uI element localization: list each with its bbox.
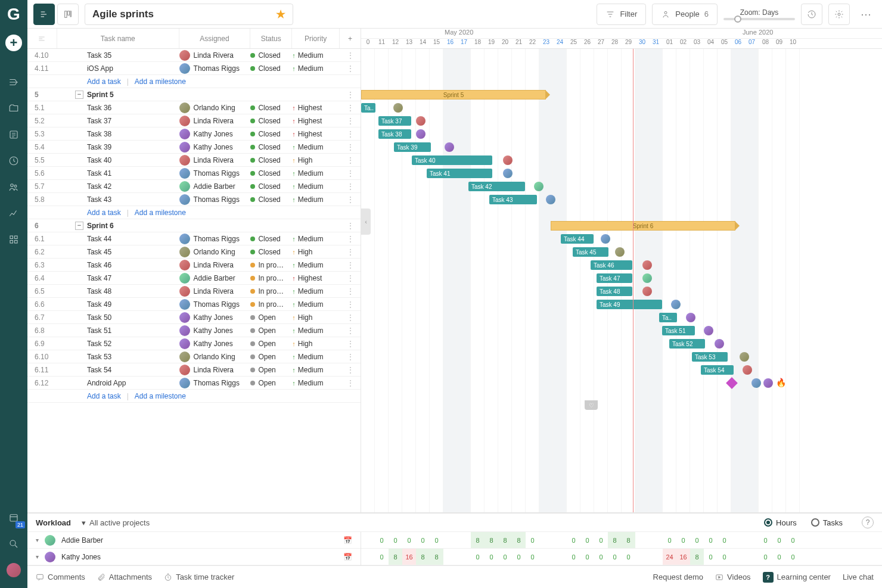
settings-icon[interactable] [828,4,850,25]
status-cell[interactable]: Closed [250,182,292,191]
status-cell[interactable]: In pro… [250,261,292,269]
collapse-toggle[interactable]: − [75,222,83,230]
timeline-handle[interactable]: ♡ [585,400,598,410]
priority-cell[interactable]: ↑Highest [292,130,340,138]
add-task-link[interactable]: Add a task [87,392,121,400]
grid-icon[interactable] [0,226,27,253]
assignee-cell[interactable]: Addie Barber [179,273,251,284]
status-cell[interactable]: Open [250,313,292,322]
row-more-icon[interactable]: ⋮ [340,287,361,295]
assignee-cell[interactable]: Thomas Riggs [179,168,251,179]
status-cell[interactable]: Open [250,353,292,361]
task-bar[interactable]: Task 53 [692,352,728,362]
task-row[interactable]: 6.2Task 45Orlando KingClosed↑High⋮ [27,245,361,259]
task-bar[interactable]: Task 42 [468,182,525,191]
task-row[interactable]: 6.5Task 48Linda RiveraIn pro…↑Medium⋮ [27,285,361,298]
priority-cell[interactable]: ↑Medium [292,143,340,151]
row-more-icon[interactable]: ⋮ [340,248,361,256]
task-row[interactable]: 4.11iOS AppThomas RiggsClosed↑Medium⋮ [27,62,361,75]
assignee-cell[interactable]: Orlando King [179,102,251,113]
task-row[interactable]: 4.10Task 35Linda RiveraClosed↑Medium⋮ [27,49,361,62]
task-bar[interactable]: Task 38 [378,129,411,139]
chart-icon[interactable] [0,200,27,226]
priority-cell[interactable]: ↑High [292,248,340,256]
status-column-header[interactable]: Status [250,29,292,48]
task-bar[interactable]: Task 39 [394,142,431,152]
collapse-toggle[interactable]: − [75,91,83,99]
task-bar[interactable]: Task 52 [669,339,705,349]
more-menu[interactable]: ⋯ [856,8,876,21]
row-more-icon[interactable]: ⋮ [340,182,361,191]
priority-cell[interactable]: ↑Medium [292,51,340,60]
assignee-cell[interactable]: Addie Barber [179,181,251,192]
task-bar[interactable]: Task 45 [573,247,608,257]
assignee-cell[interactable]: Thomas Riggs [179,234,251,244]
task-row[interactable]: 5.3Task 38Kathy JonesClosed↑Highest⋮ [27,127,361,141]
status-cell[interactable]: Open [250,340,292,348]
row-more-icon[interactable]: ⋮ [340,379,361,387]
priority-cell[interactable]: ↑Medium [292,379,340,387]
row-more-icon[interactable]: ⋮ [340,261,361,269]
request-demo-link[interactable]: Request demo [653,573,704,581]
task-row[interactable]: 5.8Task 43Thomas RiggsClosed↑Medium⋮ [27,193,361,206]
zoom-control[interactable]: Zoom: Days [723,8,795,20]
workload-filter-dropdown[interactable]: ▾ All active projects [82,518,150,527]
priority-cell[interactable]: ↑High [292,313,340,322]
assignee-cell[interactable]: Orlando King [179,247,251,257]
row-more-icon[interactable]: ⋮ [340,117,361,125]
task-bar[interactable]: Task 41 [427,169,492,178]
add-milestone-link[interactable]: Add a milestone [135,209,186,217]
tasks-radio[interactable]: Tasks [811,518,843,527]
priority-cell[interactable]: ↑Highest [292,274,340,282]
expand-toggle[interactable]: ▾ [36,553,39,560]
milestone-icon[interactable] [726,377,738,389]
assignee-cell[interactable]: Linda Rivera [179,50,251,61]
status-cell[interactable]: In pro… [250,300,292,309]
learning-center-link[interactable]: ?Learning center [763,572,831,583]
list-icon[interactable] [0,122,27,148]
assignee-cell[interactable]: Kathy Jones [179,325,251,336]
help-icon[interactable]: ? [862,517,874,528]
name-column-header[interactable]: Task name [57,29,179,48]
collapse-left-handle[interactable]: ‹ [361,209,371,235]
collapse-icon[interactable] [0,69,27,95]
status-cell[interactable]: Open [250,326,292,335]
sprint-bar[interactable]: Sprint 5 [361,90,546,99]
assignee-cell[interactable]: Thomas Riggs [179,63,251,74]
task-row[interactable]: 6.10Task 53Orlando KingOpen↑Medium⋮ [27,350,361,363]
task-bar[interactable]: Task 46 [591,260,632,270]
row-more-icon[interactable]: ⋮ [340,143,361,151]
user-avatar[interactable] [0,557,27,583]
assignee-cell[interactable]: Kathy Jones [179,129,251,139]
task-bar[interactable]: Task 37 [378,116,411,126]
priority-column-header[interactable]: Priority [292,29,340,48]
priority-cell[interactable]: ↑Medium [292,287,340,295]
task-row[interactable]: 6.3Task 46Linda RiveraIn pro…↑Medium⋮ [27,259,361,272]
priority-cell[interactable]: ↑Highest [292,117,340,125]
priority-cell[interactable]: ↑Medium [292,235,340,243]
row-more-icon[interactable]: ⋮ [340,300,361,309]
row-more-icon[interactable]: ⋮ [340,366,361,374]
workload-person-row[interactable]: ▾Addie Barber📅 [27,532,361,549]
expand-toggle[interactable]: ▾ [36,537,39,543]
priority-cell[interactable]: ↑High [292,340,340,348]
task-bar[interactable]: Task 49 [597,300,662,309]
status-cell[interactable]: In pro… [250,274,292,282]
task-row[interactable]: 5.6Task 41Thomas RiggsClosed↑Medium⋮ [27,167,361,180]
assignee-cell[interactable]: Linda Rivera [179,155,251,166]
task-bar[interactable]: Ta.. [361,103,375,113]
assignee-cell[interactable]: Linda Rivera [179,365,251,375]
task-bar[interactable]: Task 48 [597,287,632,296]
task-bar[interactable]: Task 54 [701,365,734,375]
workload-person-row[interactable]: ▾Kathy Jones📅 [27,549,361,565]
assignee-cell[interactable]: Kathy Jones [179,142,251,153]
gantt-view-button[interactable] [33,4,55,25]
task-row[interactable]: 6.7Task 50Kathy JonesOpen↑High⋮ [27,311,361,324]
task-row[interactable]: 6.12Android AppThomas RiggsOpen↑Medium⋮ [27,377,361,390]
row-more-icon[interactable]: ⋮ [340,340,361,348]
people-button[interactable]: People6 [652,4,718,25]
status-cell[interactable]: Closed [250,156,292,164]
folder-icon[interactable] [0,95,27,122]
task-bar[interactable]: Task 43 [489,195,537,204]
status-cell[interactable]: Closed [250,143,292,151]
